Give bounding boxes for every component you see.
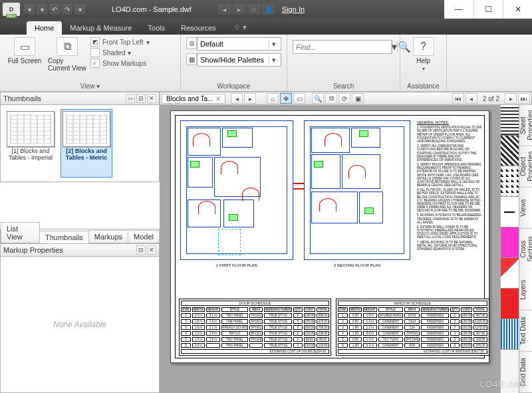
- side-tab-text-data[interactable]: Text Data: [519, 311, 532, 352]
- qat-redo-icon[interactable]: ↷: [62, 4, 72, 15]
- tab-markups[interactable]: Markups: [88, 230, 128, 243]
- qat-save-icon[interactable]: ▾: [37, 4, 47, 15]
- room: [311, 154, 340, 189]
- section-marker: [293, 183, 304, 190]
- chevron-down-icon: ▾: [269, 40, 278, 49]
- user-icon[interactable]: 👤: [262, 4, 275, 15]
- thumbnail-item-1[interactable]: [1] Blocks and Tables - Imperial: [5, 109, 57, 178]
- workspace-combo-value: Default: [200, 40, 269, 48]
- page-last-icon[interactable]: ⏭: [518, 93, 530, 104]
- ribbon-tab-tools[interactable]: Tools: [140, 21, 173, 35]
- markup-none-label: None Available: [53, 320, 106, 329]
- sign-in-link[interactable]: Sign In: [282, 5, 305, 13]
- side-tab-views[interactable]: Views: [519, 188, 532, 229]
- ribbon-tab-markup[interactable]: Markup & Measure: [62, 21, 140, 35]
- tool-home-icon[interactable]: ⌂: [267, 93, 279, 104]
- show-hide-palettes-dropdown[interactable]: Show/Hide Palettes▾: [197, 53, 281, 66]
- tool-zoom-in-icon[interactable]: 🔍: [312, 93, 324, 104]
- search-box[interactable]: ▾ 🔍: [293, 40, 392, 54]
- ribbon: ▭ Full Screen ⧉ Copy Current View ◩Front…: [0, 35, 532, 92]
- close-tab-icon[interactable]: ✕: [215, 95, 221, 102]
- qat-more-icon[interactable]: ▾: [74, 4, 85, 15]
- thumbnails-title: Thumbnails: [3, 94, 41, 102]
- cube-icon: ◩: [90, 37, 100, 47]
- window-schedule: WINDOW SCHEDULE SYM.WIDTHHEIGHTSTYLEREF#…: [336, 299, 489, 356]
- panel-pin-icon[interactable]: ⊟: [136, 245, 146, 255]
- show-markups-checkbox[interactable]: ✓Show Markups: [90, 59, 150, 68]
- ribbon-tab-resources[interactable]: Resources: [173, 21, 224, 35]
- ribbon-tab-home[interactable]: Home: [27, 21, 62, 35]
- page-prev-icon[interactable]: ◂: [466, 93, 477, 104]
- swatch[interactable]: [501, 289, 519, 319]
- panel-pin-icon[interactable]: ⊟: [136, 94, 146, 103]
- tool-select-icon[interactable]: ▭: [293, 93, 305, 104]
- document-tab[interactable]: Blocks and Ta... ✕: [162, 94, 225, 104]
- thumbnail-label: [1] Blocks and Tables - Imperial: [7, 148, 55, 162]
- panel-close-icon[interactable]: ✕: [147, 245, 156, 255]
- swatch[interactable]: [501, 105, 519, 136]
- panel-close-icon[interactable]: ✕: [147, 94, 156, 103]
- search-input[interactable]: [293, 41, 391, 53]
- title-bar: D ▾ ▾ ↶ ↷ ▾ LO4D.com - Sample.dwf ◂ ▸ ☆ …: [0, 0, 532, 19]
- full-screen-button[interactable]: ▭ Full Screen: [5, 37, 44, 65]
- tool-fit-icon[interactable]: ▣: [352, 93, 364, 104]
- copy-current-view-button[interactable]: ⧉ Copy Current View: [48, 37, 86, 72]
- side-tab-cross-sections[interactable]: Cross Sections: [519, 229, 532, 270]
- plan-caption: 1 FIRST FLOOR PLAN: [181, 263, 293, 267]
- swatch[interactable]: [501, 166, 519, 197]
- ribbon-group-assistance: ? Help ▾ Assistance: [400, 35, 447, 91]
- drawing-sheet: 1 FIRST FLOOR PLAN 2 SECOND: [170, 110, 489, 363]
- tab-list-view[interactable]: List View: [1, 222, 40, 243]
- search-dropdown-icon[interactable]: ▾: [391, 41, 397, 53]
- tool-rotate-icon[interactable]: ⟳: [338, 93, 350, 104]
- first-floor-plan: 1 FIRST FLOOR PLAN: [180, 120, 293, 260]
- ribbon-tab-favorite-icon[interactable]: ☆ ▾: [229, 20, 251, 35]
- close-button[interactable]: ✕: [503, 0, 532, 19]
- notes-heading: GENERAL NOTES:: [417, 120, 482, 124]
- markup-properties-header: Markup Properties ⊟ ✕: [0, 243, 160, 257]
- swatch[interactable]: [501, 258, 519, 289]
- schedule-title: WINDOW SCHEDULE: [338, 301, 487, 306]
- workspace-default-combo[interactable]: Default▾: [197, 37, 281, 51]
- tool-nav-prev[interactable]: ◂: [231, 93, 243, 104]
- minimize-button[interactable]: —: [444, 0, 473, 19]
- qat-undo-icon[interactable]: ↶: [49, 4, 60, 15]
- canvas[interactable]: 1 FIRST FLOOR PLAN 2 SECOND: [160, 105, 532, 393]
- thumbnail-item-2[interactable]: [2] Blocks and Tables - Metric: [61, 109, 112, 178]
- side-tab-object-properties[interactable]: Object Properties: [519, 146, 532, 188]
- show-hide-label: Show/Hide Palettes: [200, 56, 269, 64]
- general-notes: GENERAL NOTES: 1. FOUNDATION VENTILATION…: [417, 120, 482, 252]
- qat-open-icon[interactable]: ▾: [24, 4, 35, 15]
- app-icon[interactable]: D: [3, 3, 20, 16]
- swatch[interactable]: [501, 319, 519, 350]
- titlebar-mid-controls: ◂ ▸ ☆ 👤: [218, 4, 275, 15]
- star-icon[interactable]: ☆: [247, 4, 261, 15]
- tool-nav-next[interactable]: ▸: [244, 93, 256, 104]
- nav-back-icon[interactable]: ◂: [218, 4, 231, 15]
- thumbnail-preview: [63, 111, 110, 147]
- help-button[interactable]: ? Help ▾: [406, 37, 441, 72]
- nav-fwd-icon[interactable]: ▸: [233, 4, 246, 15]
- shaded-checkbox[interactable]: Shaded ▾: [90, 48, 150, 57]
- copy-view-icon: ⧉: [57, 37, 78, 56]
- swatch[interactable]: [501, 197, 519, 227]
- swatch[interactable]: [501, 136, 519, 166]
- thumbnails-header: Thumbnails ▭ ⊟ ✕: [0, 92, 160, 105]
- front-top-left-dropdown[interactable]: ◩Front Top Left ▾: [90, 37, 150, 47]
- note-item: 1. FOUNDATION VENTILATION EQUAL TO 300 S…: [417, 126, 482, 143]
- tab-thumbnails[interactable]: Thumbnails: [39, 231, 89, 243]
- page-first-icon[interactable]: ⏮: [452, 93, 464, 104]
- swatch[interactable]: [501, 227, 519, 258]
- panel-tool-icon[interactable]: ▭: [126, 94, 135, 103]
- thumbnails-body: [1] Blocks and Tables - Imperial [2] Blo…: [0, 105, 160, 182]
- room: [222, 128, 253, 148]
- tool-pan-icon[interactable]: ✥: [280, 93, 292, 104]
- side-tab-layers[interactable]: Layers: [519, 269, 532, 311]
- checkbox-empty-icon: [90, 48, 100, 57]
- tab-model[interactable]: Model: [128, 230, 160, 243]
- quick-access-toolbar: ▾ ▾ ↶ ↷ ▾: [24, 4, 85, 15]
- maximize-button[interactable]: ☐: [473, 0, 503, 19]
- tool-zoom-window-icon[interactable]: ⧉: [325, 93, 337, 104]
- side-tab-sheet-properties[interactable]: Sheet Properties: [519, 105, 532, 146]
- page-next-icon[interactable]: ▸: [505, 93, 517, 104]
